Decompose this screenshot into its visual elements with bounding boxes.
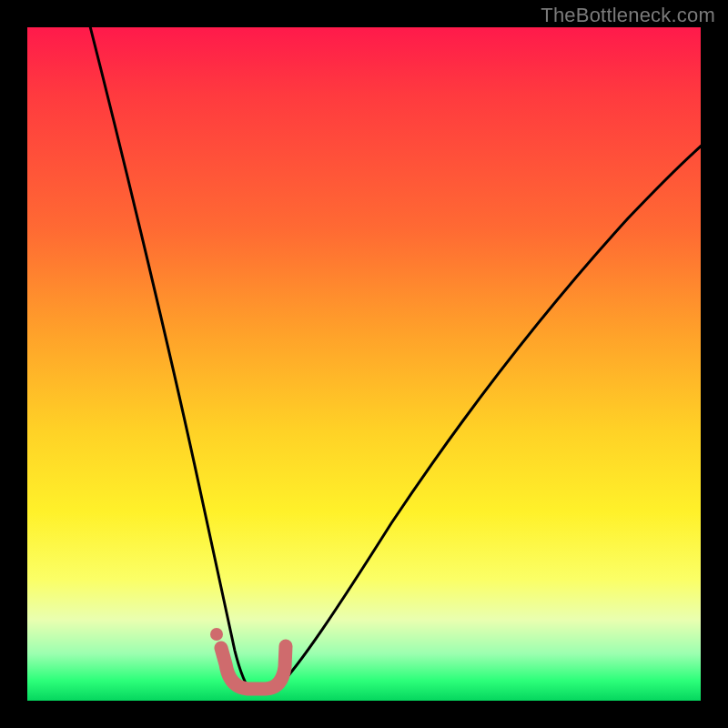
- valley-highlight: [221, 646, 286, 689]
- plot-area: [27, 27, 701, 701]
- outer-frame: TheBottleneck.com: [0, 0, 728, 728]
- valley-highlight-dot: [210, 628, 223, 641]
- chart-svg: [27, 27, 701, 701]
- curve-right-branch: [278, 135, 714, 688]
- watermark-text: TheBottleneck.com: [541, 4, 715, 27]
- curve-left-branch: [89, 23, 248, 688]
